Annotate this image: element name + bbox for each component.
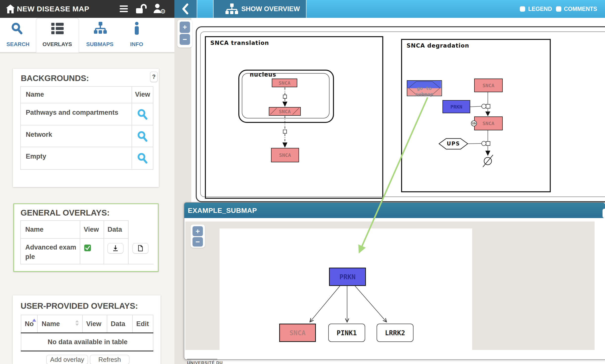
- header-label: Name: [42, 320, 60, 328]
- refresh-button[interactable]: Refresh: [90, 355, 129, 364]
- show-overview-button[interactable]: SHOW OVERVIEW: [214, 0, 306, 18]
- header-label: Data: [111, 320, 125, 328]
- download-icon: [112, 245, 118, 252]
- hierarchy-icon: [94, 22, 107, 35]
- add-overlay-button[interactable]: Add overlay: [46, 355, 88, 364]
- column-header-view[interactable]: View: [132, 87, 153, 103]
- overlay-row-name: Advanced example: [20, 239, 80, 264]
- row-label: Pathways and compartments: [26, 109, 118, 116]
- row-label: Empty: [26, 153, 46, 160]
- user-overlays-title: USER-PROVIDED OVERLAYS:: [21, 301, 138, 311]
- header-label: Name: [26, 91, 44, 98]
- column-header-name[interactable]: Name: [20, 220, 80, 239]
- overlay-source-cell: [129, 239, 154, 264]
- legend-checkbox[interactable]: [520, 6, 525, 12]
- header-label: Data: [108, 226, 122, 233]
- comments-label: COMMENTS: [564, 0, 597, 18]
- sort-up-icon: [75, 320, 79, 322]
- background-row-name: Network: [21, 125, 132, 147]
- header-label: Name: [25, 226, 44, 233]
- submap-interaction-edges: [174, 18, 605, 364]
- button-label: Add overlay: [50, 356, 84, 363]
- search-icon: [11, 22, 23, 35]
- tab-label: SEARCH: [0, 41, 36, 48]
- overlay-data-cell: [104, 239, 129, 264]
- document-icon: [138, 245, 143, 252]
- general-overlays-table: Name View Data Advanced example: [20, 220, 154, 264]
- column-header-data[interactable]: Data: [104, 220, 129, 239]
- map-toolbar: SHOW OVERVIEW LEGEND COMMENTS: [174, 0, 605, 18]
- column-header-view[interactable]: View: [83, 315, 107, 333]
- comments-checkbox[interactable]: [556, 6, 561, 12]
- column-header-view[interactable]: View: [80, 220, 104, 239]
- backgrounds-table: Name View Pathways and compartments Netw…: [20, 86, 153, 170]
- empty-message: No data available in table: [21, 338, 154, 346]
- menu-bar: [120, 5, 128, 7]
- university-logo-rule: [187, 359, 217, 360]
- unlock-icon[interactable]: [136, 3, 147, 14]
- sidebar-header: NEW DISEASE MAP ⚙: [0, 0, 174, 18]
- toolbar-separator: [197, 0, 197, 18]
- user-overlays-panel: USER-PROVIDED OVERLAYS: No Name View Dat…: [13, 295, 161, 364]
- view-background-button[interactable]: [132, 103, 153, 125]
- tab-info[interactable]: INFO: [121, 18, 152, 52]
- general-overlays-panel: GENERAL OVERLAYS: Name View Data Advance…: [13, 203, 159, 272]
- overlay-source-button[interactable]: [133, 243, 148, 253]
- tab-label: SUBMAPS: [79, 41, 121, 48]
- tab-submaps[interactable]: SUBMAPS: [79, 18, 121, 52]
- help-button[interactable]: ?: [150, 72, 158, 82]
- chevron-left-icon: [174, 0, 197, 18]
- check-icon: [84, 245, 91, 251]
- sort-down-icon: [75, 324, 79, 326]
- backgrounds-panel: BACKGROUNDS: ? Name View Pathways and co…: [13, 69, 159, 187]
- hierarchy-icon: [225, 3, 238, 14]
- node-lrrk2-submap[interactable]: LRRK2: [377, 324, 413, 342]
- magnifier-icon: [137, 153, 148, 164]
- general-overlays-title: GENERAL OVERLAYS:: [21, 208, 110, 218]
- show-overview-label: SHOW OVERVIEW: [241, 0, 300, 18]
- node-snca-submap[interactable]: SNCA: [279, 324, 316, 342]
- column-header-name[interactable]: Name: [21, 87, 132, 103]
- table-bottom-divider: [21, 351, 153, 351]
- menu-bar: [120, 8, 128, 9]
- background-row-name: Empty: [21, 147, 132, 169]
- magnifier-icon: [137, 131, 148, 142]
- tab-search[interactable]: SEARCH: [0, 18, 36, 52]
- sidebar-content: BACKGROUNDS: ? Name View Pathways and co…: [0, 52, 174, 364]
- header-label: View: [135, 91, 150, 98]
- header-label: View: [84, 226, 99, 233]
- button-label: Refresh: [98, 356, 121, 363]
- legend-label: LEGEND: [528, 0, 552, 18]
- university-logo-text: UNIVERSITÉ DU: [187, 361, 223, 364]
- row-label: Advanced example: [25, 243, 76, 261]
- background-row-name: Pathways and compartments: [21, 103, 132, 125]
- disease-map-app: + − SNCA translation nucleus SNCA SNCA S…: [0, 0, 605, 364]
- node-pink1-submap[interactable]: PINK1: [328, 324, 365, 342]
- empty-table-row: No data available in table: [21, 333, 153, 351]
- toolbar-separator: [306, 0, 306, 18]
- user-settings-icon[interactable]: ⚙: [153, 3, 167, 15]
- overlay-visible-checkbox[interactable]: [84, 245, 91, 251]
- download-overlay-button[interactable]: [108, 243, 123, 253]
- tab-label: INFO: [121, 41, 152, 48]
- header-label: View: [86, 320, 101, 328]
- view-background-button[interactable]: [132, 147, 153, 169]
- menu-icon[interactable]: [120, 5, 128, 12]
- backgrounds-title: BACKGROUNDS:: [21, 74, 89, 83]
- menu-bar: [120, 11, 128, 12]
- view-background-button[interactable]: [132, 125, 153, 147]
- column-header-edit[interactable]: Edit: [133, 315, 153, 333]
- column-header-name[interactable]: Name: [38, 315, 83, 333]
- home-icon[interactable]: [5, 4, 15, 14]
- row-label: Network: [26, 131, 52, 139]
- back-button[interactable]: [174, 0, 197, 18]
- info-icon: [134, 22, 139, 35]
- sidebar-tab-bar: SEARCH OVERLAYS: [0, 18, 174, 52]
- tab-overlays[interactable]: OVERLAYS: [36, 18, 79, 52]
- node-prkn-submap[interactable]: PRKN: [329, 268, 366, 286]
- column-header-no[interactable]: No: [21, 315, 38, 333]
- magnifier-icon: [137, 109, 148, 120]
- overlay-view-cell: [80, 239, 104, 264]
- user-overlays-table: No Name View Data Edit: [21, 315, 153, 351]
- column-header-data[interactable]: Data: [107, 315, 133, 333]
